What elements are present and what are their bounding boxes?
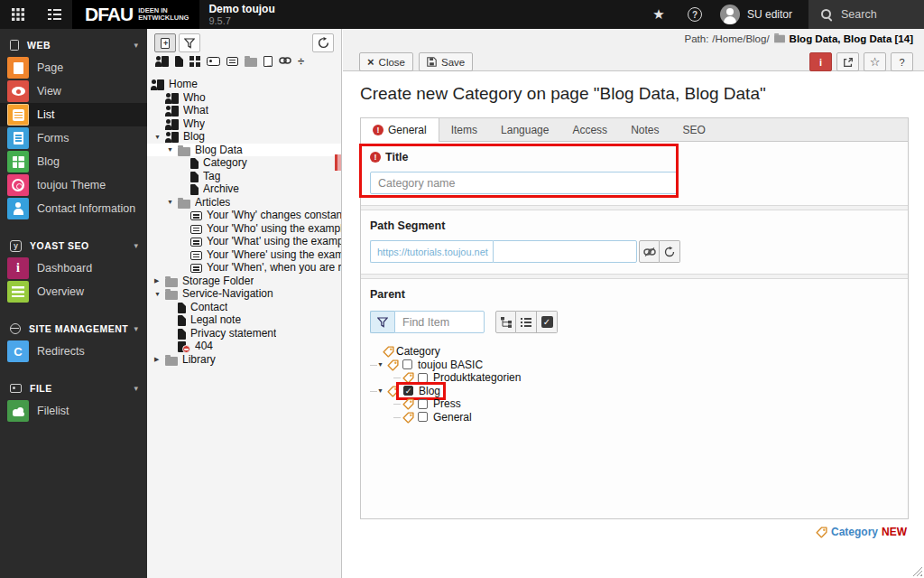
help-doc-button[interactable]: ? [891,52,913,71]
modules-grid-icon[interactable] [0,0,36,29]
tree-node[interactable]: ▶Storage Folder [147,275,341,288]
user-menu[interactable]: SU editor [713,0,808,29]
bookmarks-star-icon[interactable]: ★ [641,0,677,29]
tree-node[interactable]: Who [147,91,341,105]
sidebar-item-toujou-theme[interactable]: toujou Theme [0,173,147,197]
toggle-checkboxes-button[interactable]: ✓ [537,311,558,333]
folder-icon[interactable] [245,52,257,69]
tree-node[interactable]: Your 'Why' changes constantly [147,209,341,222]
tab-general[interactable]: !General [361,118,439,142]
tree-node[interactable]: Your 'Who' using the example of yo [147,222,341,236]
refresh-tree-button[interactable] [312,33,334,52]
resize-grip[interactable] [912,566,922,576]
info-button[interactable]: i [809,52,832,71]
save-button[interactable]: Save [419,52,473,71]
parent-tree-row[interactable]: Category [370,345,901,359]
tab-notes[interactable]: Notes [619,118,670,141]
tree-node[interactable]: ▼Blog [147,130,341,144]
pagetree-toggle-icon[interactable] [36,0,72,29]
tree-node[interactable]: 404 [147,340,341,353]
regenerate-slug-button[interactable] [660,240,680,263]
tree-node[interactable]: Your 'What' using the example of a [147,235,341,248]
tab-access[interactable]: Access [560,118,619,141]
sidebar-item-blog[interactable]: Blog [0,150,147,173]
filter-parent-button[interactable] [370,311,394,333]
parent-tree-row[interactable]: General [370,411,901,424]
section-header-web[interactable]: WEB▾ [0,34,147,56]
tab-language[interactable]: Language [489,118,560,141]
path-segment-input[interactable] [493,240,637,263]
parent-tree-row[interactable]: ▼toujou BASIC [370,359,901,372]
parent-tree-row[interactable]: Press [370,397,901,411]
tree-node[interactable]: Privacy statement [147,327,341,340]
expander-open-icon[interactable]: ▼ [377,387,387,394]
expander-open-icon[interactable]: ▼ [377,361,387,368]
sidebar-item-list[interactable]: List [0,103,147,126]
tree-node[interactable]: Your 'When', when you are ready [147,261,341,275]
record-type-link[interactable]: Category [831,526,878,538]
expander-open-icon[interactable]: ▼ [167,146,178,153]
tag-icon [402,411,414,424]
tree-node[interactable]: Legal note [147,313,341,327]
expander-open-icon[interactable]: ▼ [154,291,165,297]
category-checkbox[interactable] [418,373,428,383]
parent-tree-row[interactable]: ▼✓Blog [370,385,901,398]
tree-node[interactable]: ▼Service-Navigation [147,287,341,301]
tree-node[interactable]: ▶Library [147,353,341,367]
sidebar-item-page[interactable]: Page [0,56,147,79]
list-view-button[interactable] [516,311,537,333]
parent-tree-row[interactable]: Produktkategorien [370,371,901,385]
grid4-icon[interactable] [189,52,200,69]
tree-node[interactable]: Archive [147,182,341,196]
dfau-logo[interactable]: DFAU IDEEN INENTWICKLUNG [72,0,199,29]
sidebar-item-contact-information[interactable]: Contact Information [0,197,147,220]
tree-node[interactable]: Tag [147,170,341,183]
title-input[interactable] [370,172,678,194]
open-new-window-button[interactable] [836,52,859,71]
close-button[interactable]: ×Close [359,52,413,71]
link-icon[interactable] [279,52,291,69]
filter-tree-button[interactable] [179,33,200,52]
find-item-input[interactable] [394,311,485,333]
tree-node[interactable]: ▼Blog Data [147,144,341,157]
category-checkbox[interactable] [418,412,428,422]
category-checkbox[interactable]: ✓ [403,386,413,396]
tree-node[interactable]: Category [147,156,341,170]
section-header-yoast-seo[interactable]: yYOAST SEO▾ [0,235,147,256]
doc-icon[interactable] [175,52,183,69]
new-page-button[interactable] [154,33,176,52]
sidebar-item-overview[interactable]: Overview [0,280,147,303]
sidebar-item-view[interactable]: View [0,79,147,103]
expander-open-icon[interactable]: ▼ [167,199,178,205]
tree-node[interactable]: Home [147,78,341,91]
help-icon[interactable]: ? [677,0,713,29]
bookmark-record-button[interactable]: ☆ [864,52,886,71]
tab-seo[interactable]: SEO [670,118,716,141]
sidebar-item-forms[interactable]: Forms [0,126,147,150]
section-header-site-management[interactable]: SITE MANAGEMENT▾ [0,318,147,340]
doc-arrow-icon[interactable] [263,52,273,69]
sidebar-item-redirects[interactable]: CRedirects [0,340,147,363]
search-button[interactable]: Search [808,0,924,29]
expand-tree-button[interactable] [495,311,516,333]
sidebar-item-dashboard[interactable]: iDashboard [0,256,147,280]
card-icon[interactable] [207,52,220,69]
tree-node[interactable]: Why [147,117,341,131]
tab-items[interactable]: Items [439,118,489,141]
section-header-file[interactable]: FILE▾ [0,378,147,399]
page-person-icon[interactable] [155,52,169,69]
expander-closed-icon[interactable]: ▶ [154,277,165,284]
tree-node[interactable]: What [147,104,341,117]
expander-closed-icon[interactable]: ▶ [154,356,165,363]
sidebar-item-filelist[interactable]: Filelist [0,399,147,423]
tree-node[interactable]: Your 'Where' using the example of [147,248,341,262]
category-checkbox[interactable] [418,399,428,409]
page-icon [7,57,29,79]
divider-icon[interactable]: ÷ [298,52,304,69]
tree-node[interactable]: ▼Articles [147,196,341,210]
toggle-slug-edit-button[interactable] [639,240,660,263]
tree-node[interactable]: Contact [147,301,341,314]
category-checkbox[interactable] [402,359,412,369]
expander-open-icon[interactable]: ▼ [154,134,165,140]
article-icon[interactable] [226,52,238,69]
